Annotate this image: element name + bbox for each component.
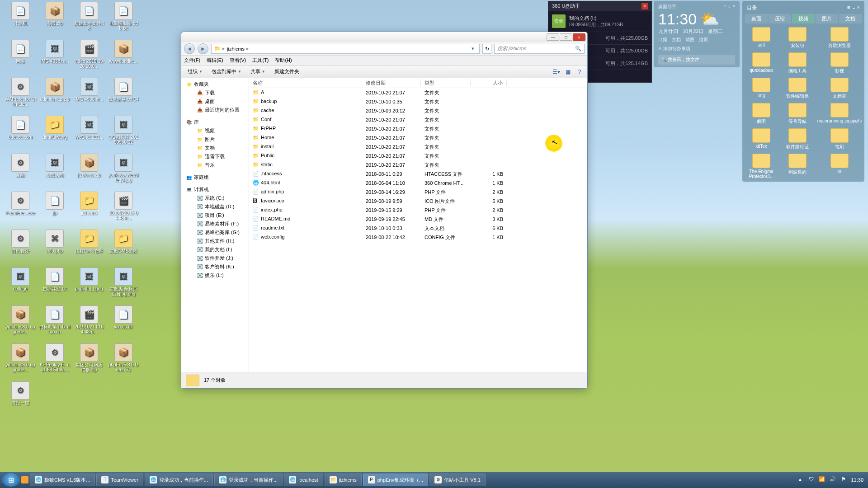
- taskbar-item[interactable]: PphpEnv集成环境（...: [363, 474, 428, 486]
- desktop-icon[interactable]: 📄新建文本文件.txt: [73, 2, 105, 31]
- tray-flag-icon[interactable]: ⚑: [840, 476, 847, 483]
- view-options-button[interactable]: ☰▾: [551, 67, 561, 76]
- taskbar-item[interactable]: 🌐极致CMS v1.6版本...: [30, 474, 95, 486]
- refresh-button[interactable]: ↻: [482, 44, 491, 54]
- taskbar-item[interactable]: 🌐localhost: [284, 474, 323, 486]
- tree-item[interactable]: 📁文档: [181, 144, 249, 152]
- desktop-icon[interactable]: 📦ymbcms8.0 upgrade...: [5, 343, 36, 372]
- tree-item[interactable]: 📥最近访问的位置: [181, 106, 249, 114]
- organizer-folder[interactable]: 安装包: [781, 27, 814, 49]
- category-tab[interactable]: 图片: [816, 14, 838, 23]
- clock-add-todo[interactable]: ⊕ 添加待办事项: [658, 46, 735, 52]
- breadcrumb-folder[interactable]: jizhicms: [227, 46, 245, 52]
- organizer-folder[interactable]: pr: [817, 154, 862, 179]
- desktop-icon[interactable]: 📄电影增加站 edb.txt: [108, 2, 139, 31]
- column-size[interactable]: 大小: [471, 80, 507, 86]
- category-tab[interactable]: 视频: [792, 14, 815, 23]
- desktop-icon[interactable]: 📁按数CMS仓库: [73, 230, 105, 253]
- tree-item[interactable]: 📁视频: [181, 127, 249, 135]
- organizer-folder[interactable]: 软件编辑类: [781, 78, 814, 99]
- desktop-icon[interactable]: ⚙海报一键: [5, 381, 36, 405]
- file-row[interactable]: 📁cache2019-10-09 20:12文件夹: [249, 106, 587, 115]
- taskbar-item[interactable]: TTeamViewer: [96, 474, 143, 486]
- organizer-folder[interactable]: soft: [745, 27, 778, 49]
- preview-pane-button[interactable]: ▦: [563, 67, 573, 76]
- help-button[interactable]: ?: [575, 67, 585, 76]
- minimize-button[interactable]: —: [547, 33, 559, 41]
- file-row[interactable]: 📁static2019-10-20 21:07文件夹: [249, 160, 587, 169]
- organizer-folder[interactable]: The Enigma Protector3...: [745, 154, 778, 179]
- desktop-icon[interactable]: 📄wxcos.dll: [108, 305, 139, 329]
- taskbar-item[interactable]: 🌐登录成功，当前操作...: [145, 474, 213, 486]
- maximize-button[interactable]: □: [560, 33, 572, 41]
- file-row[interactable]: 🌐404.html2018-06-04 11:10360 Chrome HT..…: [249, 178, 587, 188]
- close-button[interactable]: ×: [573, 33, 585, 41]
- organizer-folder[interactable]: 文档宝: [817, 78, 862, 99]
- tree-item[interactable]: 📁音乐: [181, 161, 249, 169]
- address-bar[interactable]: 📁 ▸ jizhicms ▸ ▾: [211, 44, 480, 54]
- right-panel-controls[interactable]: ≡ ⌄ ×: [847, 5, 860, 11]
- organizer-folder[interactable]: png: [745, 78, 778, 99]
- menu-item[interactable]: 查看(V): [230, 57, 246, 64]
- file-row[interactable]: 📄README.md2019-09-19 22:45MD 文件3 KB: [249, 215, 587, 224]
- clock-tool[interactable]: 搜索: [699, 37, 708, 43]
- desktop-icon[interactable]: 🖼海报活动: [39, 154, 71, 178]
- tree-item[interactable]: 💽娱乐 (L:): [181, 271, 249, 280]
- file-row[interactable]: 📁FrPHP2019-10-20 21:07文件夹: [249, 124, 587, 133]
- organize-button[interactable]: 组织▼: [184, 67, 206, 76]
- desktop-icon[interactable]: 📦海报.zip: [39, 2, 71, 26]
- desktop-icon[interactable]: ⚙KPReplay F...na1.63.54.8a...: [39, 343, 71, 372]
- organizer-folder[interactable]: 剩波售的: [781, 154, 814, 179]
- menu-item[interactable]: 帮助(H): [275, 57, 292, 64]
- tray-expand-icon[interactable]: ▴: [797, 476, 804, 483]
- clock-tool[interactable]: 截图: [685, 37, 694, 43]
- desktop-icon[interactable]: 📄请录屏幕.txt 04: [108, 78, 139, 102]
- desktop-icon[interactable]: 📁duanLiwang: [39, 116, 71, 140]
- tree-section-head[interactable]: 💻计算机: [181, 185, 249, 194]
- desktop-icon[interactable]: 🎬2019022915 04.48m...: [108, 192, 139, 221]
- desktop-icon[interactable]: 📁jizhicms: [73, 192, 105, 216]
- file-row[interactable]: 📁backup2019-10-10 0:35文件夹: [249, 97, 587, 106]
- desktop-icon[interactable]: 🖼WeChat 201...: [73, 116, 105, 140]
- organizer-folder[interactable]: mainranming.jpgsjiizhi: [817, 103, 862, 125]
- column-type[interactable]: 类型: [421, 80, 471, 86]
- category-tab[interactable]: 文档: [839, 14, 862, 23]
- organizer-folder[interactable]: 编程工具: [781, 52, 814, 74]
- tree-section-head[interactable]: 👥家庭组: [181, 173, 249, 182]
- file-row[interactable]: 📄.htaccess2018-08-11 0:29HTACCESS 文件1 KB: [249, 169, 587, 178]
- desktop-icon[interactable]: 📄计算机: [5, 2, 36, 26]
- tree-item[interactable]: 💽本地磁盘 (D:): [181, 202, 249, 211]
- search-icon[interactable]: 🔍: [575, 46, 581, 52]
- tree-item[interactable]: 📥下载: [181, 89, 249, 97]
- desktop-icon[interactable]: 🎬Video 2019 09-20 10:0...: [73, 40, 105, 69]
- tray-clock[interactable]: 11:30: [851, 477, 863, 483]
- desktop-icon[interactable]: 📄网络: [5, 40, 36, 64]
- tree-item[interactable]: 💽其他文件 (H:): [181, 237, 249, 245]
- tree-item[interactable]: 📥桌面: [181, 97, 249, 106]
- desktop-icon[interactable]: 🖼IMG 4938.m...: [73, 78, 105, 102]
- tree-section-head[interactable]: ⭐收藏夹: [181, 80, 249, 89]
- clock-tool[interactable]: 文档: [672, 37, 681, 43]
- file-row[interactable]: 📁A2019-10-20 21:07文件夹: [249, 88, 587, 97]
- desktop-icon[interactable]: 🎬20191021 0104.48m...: [73, 305, 105, 334]
- desktop-icon[interactable]: 🖼youknow.website.jsi.jpg: [108, 154, 139, 183]
- desktop-icon[interactable]: 📦admin.map.zip: [39, 78, 71, 102]
- desktop-icon[interactable]: ⚙腾讯音乐: [5, 230, 36, 253]
- share-button[interactable]: 共享▼: [247, 67, 269, 76]
- desktop-icon[interactable]: 🖼IMG 4938.m...: [39, 40, 71, 64]
- tree-item[interactable]: 💽客户资料 (K:): [181, 263, 249, 271]
- tree-item[interactable]: 💽系统 (C:): [181, 194, 249, 202]
- menu-item[interactable]: 文件(F): [184, 57, 200, 64]
- desktop-icon[interactable]: 📄tidesec.com: [5, 116, 36, 140]
- taskbar-item[interactable]: 📁jizhicms: [325, 474, 362, 486]
- menu-item[interactable]: 工具(T): [252, 57, 269, 64]
- clock-menu-icon[interactable]: ≡ ⌄ ×: [724, 4, 735, 10]
- taskbar-item[interactable]: 🌐登录成功，当前操作...: [214, 474, 283, 486]
- desktop-icon[interactable]: 📦集团公司网店 模板.zip: [73, 343, 105, 372]
- file-row[interactable]: 📄admin.php2019-08-14 16:29PHP 文件2 KB: [249, 188, 587, 197]
- organizer-folder[interactable]: 笔刷: [817, 128, 862, 150]
- nav-forward-button[interactable]: ►: [198, 43, 208, 54]
- desktop-icon[interactable]: ⚙Premiere...exe: [5, 192, 36, 216]
- nav-back-button[interactable]: ◄: [184, 43, 195, 54]
- column-date[interactable]: 修改日期: [362, 80, 421, 86]
